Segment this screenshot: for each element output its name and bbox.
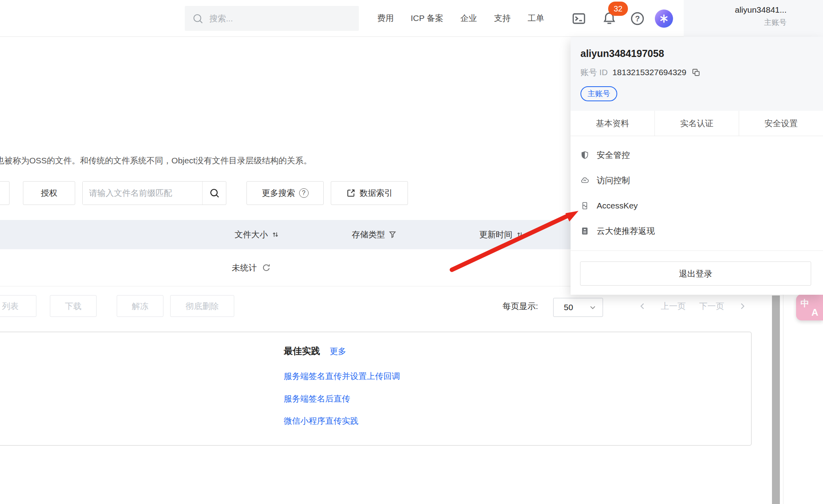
nav-item-enterprise[interactable]: 企业 xyxy=(460,13,477,24)
sort-icon[interactable] xyxy=(516,230,524,239)
more-link[interactable]: 更多 xyxy=(330,346,346,357)
data-index-label: 数据索引 xyxy=(360,188,393,199)
menu-item-label: 安全管控 xyxy=(597,150,630,161)
account-menu-trigger[interactable]: aliyun34841... 主账号 xyxy=(684,0,823,37)
nav-item-ticket[interactable]: 工单 xyxy=(527,13,544,24)
nav-item-support[interactable]: 支持 xyxy=(494,13,510,24)
refresh-icon[interactable] xyxy=(262,263,271,273)
sort-icon[interactable] xyxy=(271,230,280,239)
menu-item-label: 访问控制 xyxy=(597,175,630,186)
copy-icon[interactable] xyxy=(691,68,701,77)
document-icon xyxy=(580,227,589,235)
translate-en-glyph: A xyxy=(812,307,818,318)
menu-item-access-control[interactable]: 访问控制 xyxy=(571,168,823,193)
column-label: 更新时间 xyxy=(479,229,512,240)
notification-count-badge: 32 xyxy=(608,2,628,16)
nav-item-billing[interactable]: 费用 xyxy=(377,13,394,24)
account-dropdown-panel: aliyun3484197058 账号 ID 1813215327694329 … xyxy=(571,37,823,295)
best-practices-title: 最佳实践 xyxy=(284,345,320,357)
practice-link-upload-callback[interactable]: 服务端签名直传并设置上传回调 xyxy=(284,371,400,382)
accesskey-icon xyxy=(580,201,589,210)
next-page-button[interactable]: 下一页 xyxy=(699,301,724,312)
tab-real-name-auth[interactable]: 实名认证 xyxy=(654,111,739,136)
logout-button[interactable]: 退出登录 xyxy=(580,261,811,286)
download-button-disabled[interactable]: 下载 xyxy=(50,295,97,317)
help-circle-icon: ? xyxy=(299,188,309,198)
main-account-badge: 主账号 xyxy=(580,86,617,101)
practice-link-signed-upload[interactable]: 服务端签名后直传 xyxy=(284,393,350,404)
cloudshell-terminal-icon[interactable] xyxy=(571,11,586,26)
more-search-label: 更多搜索 xyxy=(262,188,295,199)
best-practices-card: 最佳实践 更多 服务端签名直传并设置上传回调 服务端签名后直传 微信小程序直传实… xyxy=(0,332,752,446)
pagination: 上一页 下一页 xyxy=(638,295,747,317)
size-not-counted-text: 未统计 xyxy=(232,262,257,273)
account-type-label: 主账号 xyxy=(735,17,787,28)
file-search-button[interactable] xyxy=(202,182,226,205)
page-size-value: 50 xyxy=(564,303,573,312)
global-search-input[interactable] xyxy=(209,14,352,23)
scrollbar-thumb[interactable] xyxy=(772,296,780,504)
search-icon xyxy=(209,188,220,199)
practice-link-wechat-miniapp[interactable]: 微信小程序直传实践 xyxy=(284,415,358,426)
oss-description-text: 也被称为OSS的文件。和传统的文件系统不同，Object没有文件目录层级结构的关… xyxy=(0,155,312,166)
divider xyxy=(571,250,823,251)
account-id-value: 1813215327694329 xyxy=(613,68,686,77)
account-name: aliyun3484197058 xyxy=(580,48,823,59)
translate-zh-glyph: 中 xyxy=(800,297,809,309)
column-update-time[interactable]: 更新时间 xyxy=(479,220,524,249)
shield-icon xyxy=(580,151,589,159)
top-nav-menu: 费用 ICP 备案 企业 支持 工单 xyxy=(377,0,544,36)
column-label: 存储类型 xyxy=(352,229,385,240)
file-prefix-input[interactable] xyxy=(83,182,202,205)
top-navigation-bar: 费用 ICP 备案 企业 支持 工单 32 ? 简体 xyxy=(0,0,823,37)
account-name-short: aliyun34841... xyxy=(735,5,787,15)
search-icon xyxy=(192,13,204,25)
help-icon[interactable]: ? xyxy=(630,11,645,26)
list-button-disabled[interactable]: 列表 xyxy=(0,295,36,317)
file-search-box[interactable] xyxy=(82,181,226,205)
account-info-section: aliyun3484197058 账号 ID 1813215327694329 … xyxy=(571,37,823,111)
menu-item-security-control[interactable]: 安全管控 xyxy=(571,142,823,168)
menu-item-label: 云大使推荐返现 xyxy=(597,225,655,237)
menu-item-label: AccessKey xyxy=(597,201,638,210)
column-label: 文件大小 xyxy=(235,229,268,240)
data-index-button[interactable]: 数据索引 xyxy=(331,181,408,205)
nav-item-icp[interactable]: ICP 备案 xyxy=(411,13,443,24)
chevron-down-icon xyxy=(588,303,597,312)
account-summary: aliyun34841... 主账号 xyxy=(735,5,787,28)
page-size-select[interactable]: 50 xyxy=(553,298,603,317)
external-link-icon xyxy=(346,188,356,198)
truncated-left-button[interactable] xyxy=(0,181,9,205)
delete-button-disabled[interactable]: 彻底删除 xyxy=(170,295,234,317)
more-search-button[interactable]: 更多搜索 ? xyxy=(247,181,324,205)
assistant-asterisk-icon[interactable] xyxy=(655,9,673,28)
tab-basic-profile[interactable]: 基本资料 xyxy=(571,111,654,136)
page-size-label: 每页显示: xyxy=(503,301,538,312)
column-storage-class[interactable]: 存储类型 xyxy=(352,220,397,249)
account-menu-list: 安全管控 访问控制 AccessKey xyxy=(571,142,823,244)
cloud-icon xyxy=(580,176,589,185)
filter-icon[interactable] xyxy=(388,230,397,239)
translate-fab-button[interactable]: 中 A xyxy=(796,294,823,320)
global-search-box[interactable] xyxy=(185,6,359,31)
authorize-button[interactable]: 授权 xyxy=(23,181,75,205)
svg-text:?: ? xyxy=(635,14,640,23)
account-tabs: 基本资料 实名认证 安全设置 xyxy=(571,111,823,136)
account-id-label: 账号 ID xyxy=(580,67,608,78)
restore-button-disabled[interactable]: 解冻 xyxy=(117,295,163,317)
column-file-size[interactable]: 文件大小 xyxy=(235,220,280,249)
menu-item-accesskey[interactable]: AccessKey xyxy=(571,193,823,218)
prev-page-button[interactable]: 上一页 xyxy=(661,301,686,312)
prev-page-chevron-icon[interactable] xyxy=(638,301,647,311)
next-page-chevron-icon[interactable] xyxy=(738,301,747,311)
menu-item-cloud-ambassador[interactable]: 云大使推荐返现 xyxy=(571,218,823,244)
tab-security-settings[interactable]: 安全设置 xyxy=(739,111,823,136)
